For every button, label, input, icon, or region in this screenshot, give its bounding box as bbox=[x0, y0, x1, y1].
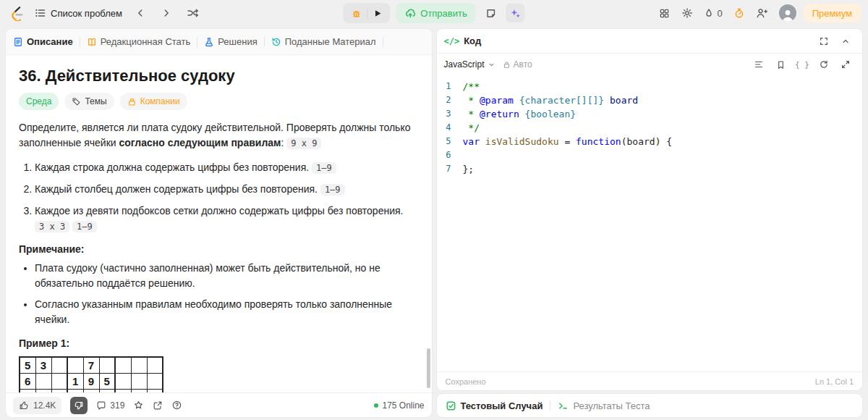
code-text: */ bbox=[463, 121, 480, 135]
bookmark-icon[interactable] bbox=[771, 55, 790, 74]
streak-counter[interactable]: 0 bbox=[701, 8, 725, 19]
code-panel-header: </> Код bbox=[437, 29, 863, 54]
sudoku-cell bbox=[99, 357, 115, 373]
saved-status: Сохранено bbox=[446, 377, 486, 386]
tab-testcase[interactable]: Тестовый Случай bbox=[446, 400, 543, 411]
help-button[interactable] bbox=[171, 400, 182, 411]
sudoku-cell bbox=[35, 373, 51, 389]
tab-test-results[interactable]: Результаты Теста bbox=[558, 400, 650, 411]
favorite-button[interactable] bbox=[133, 400, 144, 411]
problem-list-icon bbox=[35, 7, 46, 19]
sudoku-cell bbox=[51, 357, 67, 373]
top-bar: Список проблем bbox=[0, 0, 868, 26]
run-button[interactable] bbox=[367, 3, 387, 23]
tab-description[interactable]: Описание bbox=[13, 36, 73, 47]
layout-grid-icon[interactable] bbox=[655, 4, 673, 22]
code-panel-title: Код bbox=[464, 35, 481, 46]
tab-submissions[interactable]: Поданные Материал bbox=[271, 36, 376, 47]
sudoku-cell: 7 bbox=[83, 357, 99, 373]
code-line: 4 */ bbox=[437, 121, 863, 135]
avatar[interactable] bbox=[779, 4, 796, 22]
premium-button[interactable]: Премиум bbox=[804, 4, 861, 22]
code-line: 7}; bbox=[437, 162, 863, 176]
description-footer: 12.4K 319 bbox=[6, 392, 432, 417]
problem-list-button[interactable]: Список проблем bbox=[35, 7, 122, 19]
notes-icon[interactable] bbox=[482, 4, 501, 22]
language-select[interactable]: JavaScript bbox=[444, 59, 495, 70]
like-button[interactable]: 12.4K bbox=[13, 397, 61, 414]
code-icon: </> bbox=[444, 36, 460, 46]
code-editor[interactable]: 1/**2 * @param {character[][]} board3 * … bbox=[437, 75, 863, 371]
lock-icon bbox=[127, 97, 137, 106]
dislike-button[interactable] bbox=[70, 397, 88, 414]
code-chip: 1–9 bbox=[72, 221, 97, 232]
sudoku-cell bbox=[147, 373, 163, 389]
next-problem-button[interactable] bbox=[157, 4, 176, 22]
code-chip: 9 x 9 bbox=[286, 138, 321, 149]
online-count: 175 Online bbox=[382, 400, 424, 411]
history-clock-icon bbox=[271, 37, 281, 47]
scrollbar-thumb[interactable] bbox=[427, 348, 430, 388]
line-number: 2 bbox=[437, 93, 463, 107]
premium-label: Премиум bbox=[812, 8, 852, 19]
document-icon bbox=[13, 37, 23, 47]
divider bbox=[550, 400, 550, 411]
online-dot bbox=[374, 403, 378, 408]
topics-badge[interactable]: Темы bbox=[64, 93, 114, 110]
auto-toggle[interactable]: Авто bbox=[503, 59, 532, 70]
line-number: 4 bbox=[437, 121, 463, 135]
sudoku-cell bbox=[131, 357, 147, 373]
online-indicator: 175 Online bbox=[374, 400, 424, 411]
lock-small-icon bbox=[503, 61, 511, 69]
sudoku-cell bbox=[115, 373, 131, 389]
testcase-label: Тестовый Случай bbox=[461, 400, 543, 411]
code-line: 5var isValidSudoku = function(board) { bbox=[437, 135, 863, 148]
timer-icon[interactable] bbox=[730, 4, 749, 22]
fullscreen-icon[interactable] bbox=[814, 32, 833, 51]
editor-toolbar: JavaScript Авто bbox=[437, 54, 863, 75]
code-text: var isValidSudoku = function(board) { bbox=[463, 135, 673, 148]
rules-list: Каждая строка должна содержать цифры без… bbox=[35, 160, 419, 235]
comment-count: 319 bbox=[110, 400, 124, 411]
line-number: 5 bbox=[437, 135, 463, 148]
note-title: Примечание: bbox=[19, 243, 419, 255]
streak-count: 0 bbox=[717, 8, 722, 19]
maximize-editor-icon[interactable] bbox=[836, 55, 855, 74]
tab-label: Решения bbox=[218, 36, 257, 47]
tab-solutions[interactable]: Решения bbox=[204, 36, 257, 47]
prev-problem-button[interactable] bbox=[131, 4, 150, 22]
comments-button[interactable]: 319 bbox=[96, 400, 124, 411]
sudoku-cell: 6 bbox=[20, 373, 35, 389]
divider bbox=[80, 37, 80, 47]
cloud-upload-icon bbox=[404, 7, 416, 19]
collapse-panel-icon[interactable] bbox=[836, 32, 855, 51]
notes-list: Плата судоку (частично заполненная) може… bbox=[35, 261, 419, 327]
code-chip: 1–9 bbox=[312, 162, 336, 174]
terminal-icon bbox=[558, 400, 569, 411]
sudoku-cell: 9 bbox=[83, 373, 99, 389]
panel-resize-handle[interactable] bbox=[433, 29, 435, 417]
debug-button[interactable] bbox=[346, 3, 367, 23]
ai-sparkle-icon[interactable] bbox=[506, 4, 525, 22]
shuffle-icon[interactable] bbox=[183, 4, 202, 22]
companies-badge[interactable]: Компании bbox=[120, 93, 187, 110]
sudoku-grid: 53761959868634831 bbox=[19, 356, 163, 392]
share-button[interactable] bbox=[153, 400, 163, 411]
comment-icon bbox=[96, 400, 106, 411]
tab-editorial[interactable]: Редакционная Стать bbox=[87, 36, 191, 47]
sudoku-cell bbox=[51, 373, 67, 389]
reset-code-icon[interactable] bbox=[814, 55, 833, 74]
add-user-icon[interactable] bbox=[753, 4, 772, 22]
braces-icon[interactable]: { } bbox=[793, 55, 812, 74]
format-code-icon[interactable] bbox=[749, 55, 768, 74]
code-line: 1/** bbox=[437, 80, 863, 93]
leetcode-logo[interactable] bbox=[7, 4, 26, 22]
description-panel: Описание Редакционная Стать Решения bbox=[6, 29, 432, 417]
code-text: * @return {boolean} bbox=[463, 107, 576, 121]
line-number: 7 bbox=[437, 162, 463, 176]
code-line: 6 bbox=[437, 148, 863, 162]
gear-icon[interactable] bbox=[678, 4, 697, 22]
submit-button[interactable]: Отправить bbox=[396, 3, 475, 23]
difficulty-badge[interactable]: Среда bbox=[19, 93, 59, 110]
code-chip: 1–9 bbox=[320, 184, 345, 196]
